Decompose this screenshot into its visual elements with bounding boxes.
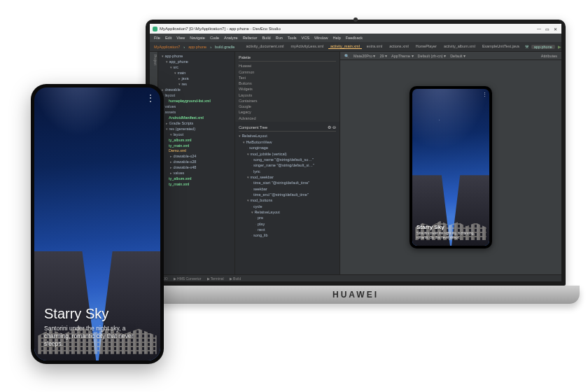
locale-selector[interactable]: Default (zh-cn) ▾: [418, 54, 447, 58]
palette-group[interactable]: Advanced: [239, 115, 336, 121]
tree-folder[interactable]: drawable-x48: [162, 165, 232, 171]
menu-file[interactable]: File: [154, 36, 160, 40]
tree-folder[interactable]: layout: [162, 132, 232, 138]
component-node[interactable]: song_name "@string/default_so…": [239, 157, 336, 162]
build-icon[interactable]: ⚒: [525, 45, 528, 49]
component-node[interactable]: time_start "@string/default_time": [239, 180, 336, 186]
device-selector[interactable]: Mate20Pro ▾: [354, 54, 375, 58]
statusbar[interactable]: ▶ TODO▶ HMS Convertor▶ Terminal▶ Build: [150, 274, 561, 281]
component-node[interactable]: mod_buttons: [239, 197, 336, 204]
breadcrumb-project[interactable]: MyApplication7: [154, 45, 180, 49]
component-node[interactable]: play: [239, 221, 336, 227]
tree-folder[interactable]: drawable: [162, 88, 232, 93]
menu-code[interactable]: Code: [210, 36, 219, 40]
phone-screen[interactable]: ⋮ Starry Sky Santorini under the night s…: [34, 88, 160, 360]
component-node[interactable]: RelativeLayout: [239, 133, 336, 139]
tree-folder[interactable]: java: [162, 76, 232, 82]
gear-icon[interactable]: ⚙ ⊖: [328, 125, 336, 130]
component-node[interactable]: HwBottomView: [239, 139, 336, 146]
api-selector[interactable]: 29 ▾: [379, 54, 387, 58]
tree-folder[interactable]: layout: [162, 93, 232, 99]
attributes-button[interactable]: Attributes: [541, 54, 557, 58]
palette-group[interactable]: Containers: [239, 98, 336, 104]
menu-help[interactable]: Help: [332, 36, 340, 40]
palette-group[interactable]: Text: [239, 75, 336, 80]
palette-group[interactable]: Widgets: [239, 86, 336, 92]
tree-file[interactable]: ty_album.xml: [162, 176, 232, 182]
overflow-menu-icon[interactable]: ⋮: [482, 92, 486, 97]
overflow-menu-icon[interactable]: ⋮: [146, 93, 153, 103]
tree-folder[interactable]: drawable-x24: [162, 154, 232, 160]
statusbar-item[interactable]: ▶ Terminal: [207, 276, 224, 281]
editor-tab[interactable]: HomePlayer: [414, 44, 439, 49]
editor-tab[interactable]: ExampleUnitTest.java: [480, 44, 522, 49]
preview-canvas[interactable]: Starry Sky Santorini under the night sky…: [340, 60, 561, 274]
tree-folder[interactable]: app_phone: [162, 59, 232, 65]
editor-tab[interactable]: activity_document.xml: [244, 44, 286, 49]
component-node[interactable]: songimage: [239, 145, 336, 150]
component-node[interactable]: time_end "@string/default_time": [239, 192, 336, 197]
editor-tabs[interactable]: activity_document.xmlmyActivityLess.xmla…: [244, 44, 521, 49]
component-tree-panel[interactable]: Component Tree ⚙ ⊖ RelativeLayoutHwBotto…: [235, 122, 340, 274]
editor-tab[interactable]: activity_album.xml: [442, 44, 477, 49]
palette-group[interactable]: Layouts: [239, 92, 336, 98]
zoom-select[interactable]: 🔍: [344, 54, 349, 58]
editor-tab[interactable]: actions.xml: [387, 44, 411, 49]
breadcrumb-file[interactable]: build.gradle: [215, 45, 234, 49]
editor-tab[interactable]: myActivityLess.xml: [289, 44, 326, 49]
tree-file[interactable]: Demo.xml: [162, 148, 232, 154]
component-node[interactable]: mod_seekbar: [239, 174, 336, 181]
minimize-icon[interactable]: —: [537, 27, 542, 31]
statusbar-item[interactable]: ▶ Build: [230, 276, 241, 281]
component-node[interactable]: singer_name "@string/default_si…": [239, 162, 336, 168]
menu-navigate[interactable]: Navigate: [190, 36, 205, 40]
window-titlebar[interactable]: MyApplication7 [D:\MyApplication7] - app…: [150, 24, 561, 34]
component-node[interactable]: next: [239, 227, 336, 232]
palette-group[interactable]: Common: [239, 69, 336, 75]
menu-tools[interactable]: Tools: [288, 36, 297, 40]
tree-root[interactable]: app·phone: [162, 54, 232, 59]
breadcrumb-module[interactable]: app·phone: [188, 45, 206, 49]
menu-window[interactable]: Window: [314, 36, 328, 40]
palette-group[interactable]: Huawei: [239, 63, 336, 69]
tree-folder[interactable]: values: [162, 104, 232, 110]
run-config-selector[interactable]: app·phone: [531, 45, 555, 49]
preview-toolbar[interactable]: 🔍 Mate20Pro ▾ 29 ▾ AppTheme ▾ Default (z…: [340, 52, 561, 60]
menu-build[interactable]: Build: [262, 36, 270, 40]
tree-folder[interactable]: res: [162, 82, 232, 88]
menu-view[interactable]: View: [176, 36, 185, 40]
toolbar[interactable]: MyApplication7 › app·phone › build.gradl…: [150, 42, 561, 52]
component-node[interactable]: pre: [239, 215, 336, 220]
tree-file[interactable]: AndroidManifest.xml: [162, 115, 232, 121]
run-icon[interactable]: ▶: [558, 45, 561, 49]
editor-tab[interactable]: activity_main.xml: [328, 44, 362, 49]
menu-vcs[interactable]: VCS: [302, 36, 309, 40]
tree-folder[interactable]: res (generated): [162, 127, 232, 132]
tree-folder[interactable]: drawable-x28: [162, 160, 232, 165]
theme-selector[interactable]: AppTheme ▾: [391, 54, 413, 58]
maximize-icon[interactable]: ▭: [545, 27, 550, 31]
menu-run[interactable]: Run: [276, 36, 283, 40]
variant-selector[interactable]: Default ▾: [450, 54, 465, 58]
editor-tab[interactable]: extra.xml: [365, 44, 384, 49]
component-node[interactable]: song_lib: [239, 232, 336, 238]
component-node[interactable]: RelativeLayout: [239, 209, 336, 216]
tree-folder[interactable]: assets: [162, 110, 232, 115]
tree-folder[interactable]: main: [162, 71, 232, 76]
component-node[interactable]: seekbar: [239, 186, 336, 192]
tree-file[interactable]: homeplayground-list.xml: [162, 99, 232, 104]
menu-edit[interactable]: Edit: [165, 36, 172, 40]
menu-feedback[interactable]: Feedback: [346, 36, 363, 40]
statusbar-item[interactable]: ▶ HMS Convertor: [174, 276, 202, 281]
tree-folder[interactable]: values: [162, 171, 232, 176]
palette-group[interactable]: Legacy: [239, 109, 336, 115]
palette-group[interactable]: Google: [239, 104, 336, 109]
project-tree[interactable]: app·phoneapp_phonesrcmainjavaresdrawable…: [158, 52, 235, 274]
tree-folder[interactable]: src: [162, 65, 232, 71]
menubar[interactable]: FileEditViewNavigateCodeAnalyzeRefactorB…: [150, 34, 561, 42]
tree-file[interactable]: ty_album.xml: [162, 138, 232, 144]
component-node[interactable]: lyric: [239, 169, 336, 174]
palette-group[interactable]: Buttons: [239, 80, 336, 86]
menu-analyze[interactable]: Analyze: [224, 36, 238, 40]
tree-file[interactable]: ty_main.xml: [162, 144, 232, 149]
